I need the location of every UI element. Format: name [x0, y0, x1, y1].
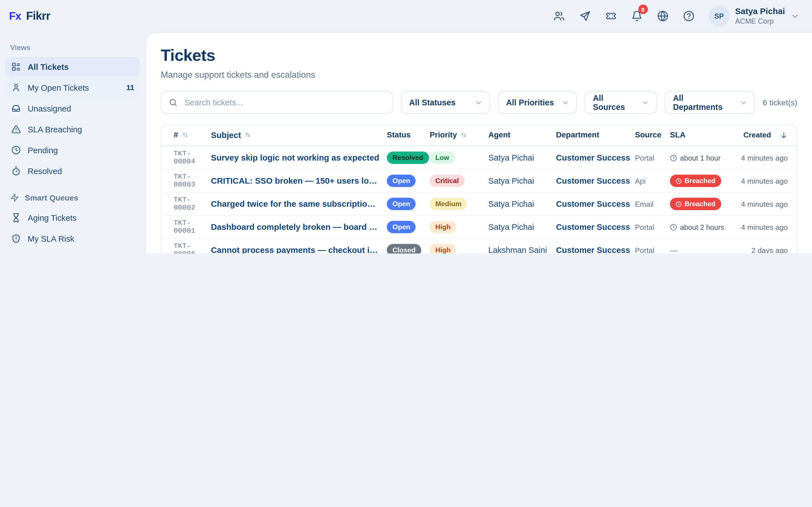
table-row[interactable]: TKT-00002 Charged twice for the same sub… [161, 192, 797, 215]
table-row[interactable]: TKT-00006 Cannot process payments — chec… [161, 238, 797, 253]
brand-logo: Fx [9, 10, 21, 22]
sidebar-item-my-sla-risk[interactable]: My SLA Risk [6, 229, 140, 248]
ticket-agent: Satya Pichai [488, 200, 556, 209]
send-icon[interactable] [579, 10, 591, 22]
user-name: Satya Pichai [735, 6, 785, 17]
ticket-icon[interactable] [605, 10, 617, 22]
ticket-agent: Satya Pichai [488, 153, 556, 162]
status-filter-select[interactable]: All Statuses [401, 91, 490, 114]
column-header-created[interactable]: Created [739, 131, 797, 139]
ticket-subject[interactable]: Survey skip logic not working as expecte… [211, 146, 387, 169]
sidebar-section-views: Views [10, 43, 135, 52]
priority-badge: High [430, 221, 456, 233]
layout-list-icon [11, 62, 21, 71]
sidebar-item-pending[interactable]: Pending [6, 140, 140, 160]
sidebar-item-resolved[interactable]: Resolved [6, 161, 140, 181]
priority-badge: Low [430, 152, 455, 164]
ticket-department: Customer Success [556, 153, 635, 162]
inbox-icon [11, 104, 21, 113]
status-badge: Open [387, 175, 416, 187]
sidebar-item-unassigned[interactable]: Unassigned [6, 99, 140, 118]
user-org: ACME Corp [735, 17, 785, 26]
column-header-department: Department [556, 131, 635, 139]
column-header-subject[interactable]: Subject [211, 130, 387, 139]
column-header-sla: SLA [670, 131, 739, 139]
ticket-subject[interactable]: Charged twice for the same subscription … [211, 192, 387, 216]
sla-due: about 1 hour [670, 154, 721, 162]
table-header-row: # Subject Status Priority Agent Departme… [161, 124, 797, 146]
table-row[interactable]: TKT-00004 Survey skip logic not working … [161, 146, 797, 169]
ticket-subject[interactable]: Dashboard completely broken — board me..… [211, 216, 387, 238]
my-open-tickets-count: 11 [126, 83, 134, 92]
notifications-bell-icon[interactable]: 8 [631, 10, 643, 22]
column-header-agent: Agent [488, 131, 556, 139]
ticket-source: Api [635, 177, 670, 185]
ticket-department: Customer Success [556, 245, 635, 253]
timer-icon [11, 166, 21, 176]
chevron-down-icon [791, 11, 800, 20]
sidebar-item-sla-breaching[interactable]: SLA Breaching [6, 119, 140, 139]
globe-icon[interactable] [657, 10, 668, 22]
ticket-created: 4 minutes ago [739, 177, 797, 185]
ticket-agent: Satya Pichai [488, 176, 556, 185]
column-header-priority[interactable]: Priority [430, 131, 488, 139]
sidebar-item-my-open-tickets[interactable]: My Open Tickets 11 [6, 78, 140, 98]
ticket-created: 2 days ago [739, 246, 797, 253]
ticket-subject[interactable]: CRITICAL: SSO broken — 150+ users locke.… [211, 169, 387, 192]
clock-icon [675, 201, 682, 207]
clock-icon [675, 178, 682, 184]
chevron-down-icon [641, 98, 649, 107]
search-input[interactable] [183, 98, 385, 108]
clock-icon [11, 145, 21, 155]
ticket-department: Customer Success [556, 223, 635, 231]
ticket-id: TKT-00004 [161, 150, 211, 166]
department-filter-select[interactable]: All Departments [665, 91, 755, 114]
chevron-down-icon [561, 98, 569, 107]
page-subtitle: Manage support tickets and escalations [161, 70, 797, 80]
page-title: Tickets [161, 46, 797, 65]
user-icon [11, 83, 21, 93]
ticket-agent: Satya Pichai [488, 223, 556, 231]
ticket-agent: Lakshman Saini [488, 245, 556, 253]
users-icon[interactable] [553, 10, 565, 22]
ticket-count: 6 ticket(s) [763, 98, 797, 107]
ticket-source: Portal [635, 154, 670, 162]
table-row[interactable]: TKT-00003 CRITICAL: SSO broken — 150+ us… [161, 169, 797, 192]
alert-triangle-icon [11, 124, 21, 134]
column-header-status: Status [387, 131, 430, 139]
brand[interactable]: Fx Fikrr [9, 10, 50, 22]
hourglass-icon [11, 213, 21, 223]
sidebar-item-all-tickets[interactable]: All Tickets [6, 57, 140, 76]
ticket-created: 4 minutes ago [739, 200, 797, 208]
ticket-created: 4 minutes ago [739, 154, 797, 162]
ticket-source: Portal [635, 223, 670, 231]
sidebar: Views All Tickets My Open Tickets 11 Una… [0, 32, 146, 253]
ticket-source: Email [635, 200, 670, 208]
sla-due: about 2 hours [670, 223, 724, 231]
search-box [161, 91, 393, 114]
topbar-actions: 8 SP Satya Pichai ACME Corp [553, 6, 800, 26]
table-row[interactable]: TKT-00001 Dashboard completely broken — … [161, 215, 797, 238]
column-header-id[interactable]: # [161, 131, 211, 139]
sort-desc-icon [780, 131, 788, 139]
help-icon[interactable] [682, 10, 695, 22]
sort-icon [181, 131, 189, 138]
source-filter-select[interactable]: All Sources [585, 91, 657, 114]
sla-breached-badge: Breached [670, 175, 721, 187]
tickets-table: # Subject Status Priority Agent Departme… [161, 124, 797, 253]
ticket-source: Portal [635, 246, 670, 253]
priority-filter-select[interactable]: All Priorities [498, 91, 576, 114]
ticket-id: TKT-00001 [161, 219, 211, 235]
ticket-department: Customer Success [556, 176, 635, 185]
status-badge: Open [387, 198, 416, 210]
notification-badge: 8 [638, 4, 648, 14]
sla-breached-badge: Breached [670, 198, 721, 210]
search-icon [168, 98, 177, 107]
sidebar-item-aging-tickets[interactable]: Aging Tickets [6, 208, 140, 228]
brand-name: Fikrr [26, 10, 50, 22]
ticket-subject[interactable]: Cannot process payments — checkout is b.… [211, 238, 387, 253]
ticket-id: TKT-00003 [161, 173, 211, 189]
user-menu[interactable]: SP Satya Pichai ACME Corp [709, 6, 800, 26]
priority-badge: Critical [430, 175, 464, 187]
sort-icon [460, 131, 468, 138]
